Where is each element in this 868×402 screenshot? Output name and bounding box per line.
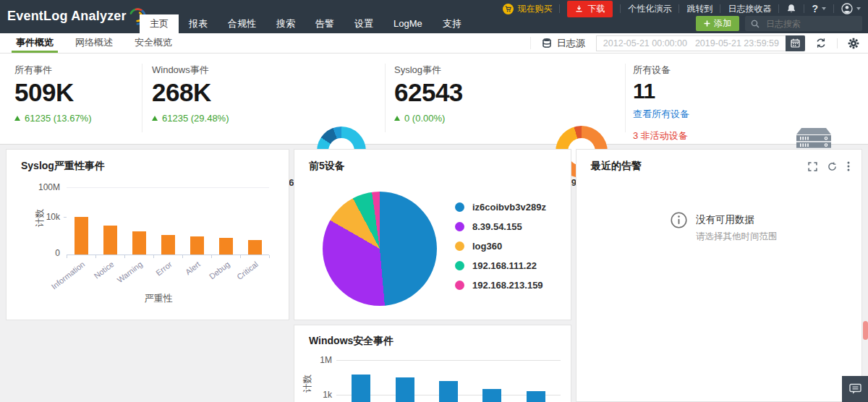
- bar[interactable]: [527, 391, 545, 402]
- search-icon: [751, 20, 760, 28]
- calendar-button[interactable]: [786, 35, 805, 51]
- app-logo-text: EventLog Analyzer: [7, 9, 127, 24]
- nav-item-logme[interactable]: LogMe: [383, 14, 433, 33]
- panel-recent-alerts: 最近的告警 没有可用数据 请选择其他时间范围: [576, 149, 862, 402]
- tab-security-overview[interactable]: 安全概览: [133, 33, 174, 53]
- bar[interactable]: [75, 217, 88, 255]
- expand-icon: [808, 162, 817, 171]
- date-from-value: 2012-05-21 00:00:00: [597, 38, 694, 48]
- log-receiver-link[interactable]: 日志接收器: [728, 3, 771, 15]
- log-search-box[interactable]: [745, 16, 862, 31]
- kebab-menu-icon: [847, 161, 850, 171]
- date-to-value: 2019-05-21 23:59:59: [694, 38, 786, 48]
- panel-windows-security: Windows安全事件 计数 1M 1k: [294, 325, 571, 402]
- dashboard-settings-button[interactable]: [848, 38, 859, 49]
- view-all-devices-link[interactable]: 查看所有设备: [633, 108, 689, 121]
- x-axis-title: 严重性: [57, 292, 260, 305]
- nav-item-alerts[interactable]: 告警: [305, 14, 344, 33]
- bar[interactable]: [439, 381, 458, 402]
- bar-cell: Alert: [182, 188, 211, 255]
- x-tick-label: Notice: [92, 260, 115, 281]
- triangle-up-icon: [394, 116, 400, 121]
- bar[interactable]: [132, 231, 146, 255]
- stat-all-events: 所有事件 509K 61235 (13.67%): [14, 64, 92, 124]
- widget-menu-button[interactable]: [847, 161, 850, 171]
- stat-label: 所有设备: [633, 64, 689, 77]
- buy-now-button[interactable]: 现在购买: [503, 3, 552, 15]
- stat-value: 268K: [152, 80, 229, 106]
- legend-dot: [455, 261, 464, 270]
- user-menu[interactable]: [841, 3, 861, 14]
- feedback-button[interactable]: [842, 376, 868, 402]
- empty-title: 没有可用数据: [696, 213, 778, 226]
- y-tick-label: 10k: [28, 212, 60, 222]
- panel-title: Windows安全事件: [309, 335, 393, 348]
- refresh-widget-button[interactable]: [827, 162, 837, 171]
- top5-devices-pie-chart[interactable]: [323, 192, 437, 306]
- divider: [142, 64, 142, 132]
- divider: [720, 4, 720, 13]
- plus-icon: [704, 20, 710, 27]
- nav-item-search[interactable]: 搜索: [266, 14, 305, 33]
- nav-item-compliance[interactable]: 合规性: [218, 14, 266, 33]
- app-logo[interactable]: EventLog Analyzer: [7, 5, 149, 27]
- y-tick-label: 100M: [28, 182, 60, 192]
- bar[interactable]: [190, 236, 204, 255]
- bar-cell: Error: [153, 188, 182, 255]
- bar[interactable]: [352, 375, 370, 402]
- refresh-icon: [815, 38, 827, 48]
- panel-syslog-severity: Syslog严重性事件 计数 100M 10k 0 InformationNot…: [6, 149, 289, 320]
- help-menu[interactable]: ?: [812, 3, 826, 14]
- panel-title: Syslog严重性事件: [21, 160, 105, 173]
- date-range-picker[interactable]: 2012-05-21 00:00:00 2019-05-21 23:59:59: [596, 35, 805, 51]
- nav-item-home[interactable]: 主页: [140, 14, 179, 33]
- bar[interactable]: [248, 240, 262, 255]
- stat-delta: 0 (0.00%): [394, 113, 463, 124]
- notifications-bell-icon[interactable]: [786, 4, 796, 14]
- divider: [620, 4, 621, 13]
- divider: [837, 38, 838, 48]
- bar-cell: [339, 360, 383, 402]
- x-tick-label: Information: [50, 260, 87, 291]
- expand-button[interactable]: [808, 162, 817, 171]
- panel-title: 前5设备: [309, 160, 345, 173]
- subheader-controls: 日志源 2012-05-21 00:00:00 2019-05-21 23:59…: [530, 33, 864, 53]
- download-icon: [575, 5, 583, 12]
- stat-delta: 61235 (29.48%): [152, 113, 229, 124]
- legend-item: iz6coibvb3v289z: [455, 202, 546, 213]
- scrollbar-thumb[interactable]: [863, 321, 868, 340]
- download-button[interactable]: 下载: [567, 1, 613, 17]
- nav-item-settings[interactable]: 设置: [344, 14, 383, 33]
- bar[interactable]: [396, 377, 414, 402]
- stat-value: 62543: [394, 80, 463, 106]
- refresh-button[interactable]: [815, 38, 827, 48]
- personal-demo-link[interactable]: 个性化演示: [628, 3, 671, 15]
- tab-network-overview[interactable]: 网络概述: [74, 33, 114, 53]
- stats-strip: 所有事件 509K 61235 (13.67%) Windows事件 268K …: [0, 54, 868, 145]
- legend-dot: [455, 241, 464, 251]
- nav-item-support[interactable]: 支持: [433, 14, 472, 33]
- tab-event-overview[interactable]: 事件概览: [14, 33, 55, 53]
- bar[interactable]: [103, 226, 117, 255]
- bar[interactable]: [219, 238, 233, 255]
- bar[interactable]: [161, 235, 175, 255]
- top-bar: EventLog Analyzer 现在购买 下载 个性化演示: [0, 0, 868, 33]
- x-tick-label: Error: [154, 260, 174, 278]
- sub-header: 事件概览 网络概述 安全概览 日志源 2012-05-21 00:00:00 2…: [0, 33, 868, 54]
- stat-value: 11: [633, 80, 689, 103]
- divider: [804, 4, 804, 13]
- bar-cell: [514, 360, 558, 402]
- chevron-down-icon: [822, 7, 826, 10]
- nav-item-reports[interactable]: 报表: [179, 14, 218, 33]
- windows-security-bar-chart[interactable]: [339, 360, 558, 402]
- y-tick-label: 1M: [312, 355, 332, 365]
- log-search-input[interactable]: [765, 18, 856, 30]
- jump-to-link[interactable]: 跳转到: [686, 3, 712, 15]
- log-source-button[interactable]: 日志源: [530, 37, 596, 49]
- bar[interactable]: [482, 389, 501, 402]
- bar-cell: Information: [67, 188, 95, 255]
- add-button[interactable]: 添加: [696, 16, 739, 31]
- legend-item: 192.168.111.22: [455, 260, 546, 271]
- bar-cell: Critical: [240, 188, 269, 255]
- syslog-severity-bar-chart[interactable]: InformationNoticeWarningErrorAlertDebugC…: [67, 187, 269, 255]
